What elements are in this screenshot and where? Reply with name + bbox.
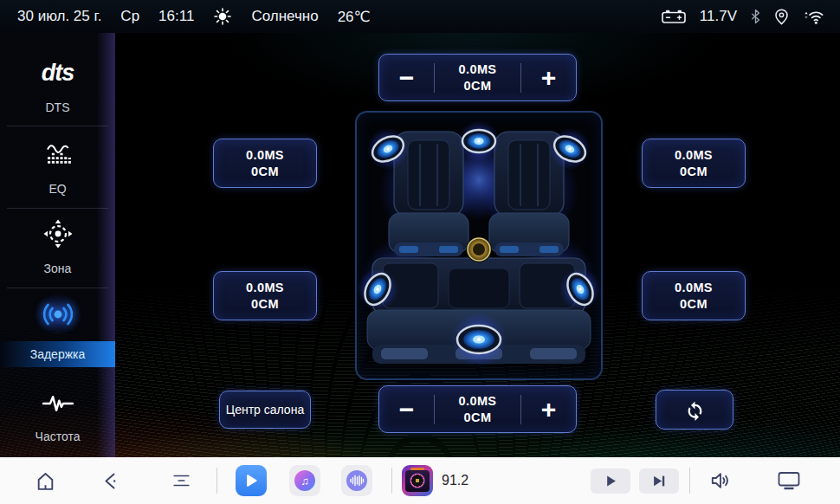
- back-button[interactable]: [100, 469, 123, 492]
- next-track-icon: [652, 475, 667, 488]
- recents-icon: [171, 471, 192, 490]
- back-icon: [101, 470, 122, 492]
- delay-control-bottom-center: − 0.0MS 0CM +: [378, 385, 577, 433]
- radio-app-button[interactable]: [402, 465, 433, 496]
- delay-control-top-center: − 0.0MS 0CM +: [378, 54, 577, 101]
- sidebar-item-label: Частота: [0, 430, 115, 443]
- equalizer-icon: [43, 135, 73, 173]
- music-note-icon: ♫: [294, 470, 315, 491]
- sidebar-selected-highlight: Задержка: [0, 341, 115, 367]
- sidebar-item-dts[interactable]: dts DTS: [0, 50, 115, 126]
- battery-voltage: 11.7V: [700, 8, 737, 25]
- video-player-app-button[interactable]: [236, 465, 267, 496]
- music-app-button[interactable]: ♫: [289, 465, 320, 496]
- delay-bottom-center-plus-button[interactable]: +: [521, 397, 576, 423]
- sidebar-item-delay[interactable]: Задержка: [0, 294, 115, 374]
- delay-top-center-plus-button[interactable]: +: [521, 65, 576, 91]
- sidebar-item-zone[interactable]: Зона: [0, 215, 115, 289]
- delay-box-rear-right[interactable]: 0.0MS 0CM: [642, 271, 746, 320]
- sidebar-divider: [7, 126, 108, 126]
- voice-waveform-icon: [346, 470, 367, 491]
- reset-delays-button[interactable]: [656, 390, 733, 430]
- sidebar: dts DTS EQ: [0, 33, 115, 457]
- sidebar-divider: [7, 288, 108, 288]
- car-cabin-panel: [355, 111, 603, 380]
- sun-icon: [213, 7, 232, 26]
- sidebar-item-eq[interactable]: EQ: [0, 135, 115, 210]
- delay-box-front-right[interactable]: 0.0MS 0CM: [642, 139, 746, 188]
- play-button[interactable]: [591, 468, 630, 494]
- delay-top-center-minus-button[interactable]: −: [379, 65, 434, 91]
- radio-frequency: 91.2: [442, 457, 468, 504]
- home-icon: [35, 470, 56, 492]
- status-time: 16:11: [158, 8, 194, 25]
- bluetooth-icon: [750, 9, 761, 24]
- sidebar-item-label: Зона: [0, 262, 115, 275]
- car-seats-speakers-image: [357, 113, 601, 378]
- next-track-button[interactable]: [639, 468, 679, 494]
- head-unit-screen: 30 июл. 25 г. Ср 16:11 Солнечно 26℃: [0, 0, 840, 504]
- delay-broadcast-icon: [38, 294, 78, 334]
- voice-app-button[interactable]: [341, 465, 372, 496]
- delay-bottom-center-minus-button[interactable]: −: [379, 397, 434, 423]
- location-icon: [774, 9, 789, 25]
- recents-button[interactable]: [170, 471, 192, 490]
- play-triangle-icon: [243, 473, 259, 488]
- home-button[interactable]: [33, 469, 57, 492]
- delay-bottom-center-value: 0.0MS 0CM: [435, 395, 520, 424]
- delay-box-front-left[interactable]: 0.0MS 0CM: [213, 139, 317, 188]
- bottombar-divider: [216, 468, 217, 494]
- listen-position-button[interactable]: Центр салона: [219, 391, 311, 429]
- display-icon: [777, 470, 801, 491]
- status-weather: Солнечно: [251, 8, 318, 25]
- delay-top-center-value: 0.0MS 0CM: [435, 63, 520, 93]
- status-temperature: 26℃: [338, 8, 371, 26]
- sidebar-item-frequency[interactable]: Частота: [0, 386, 115, 457]
- status-date: 30 июл. 25 г.: [17, 8, 101, 25]
- frequency-wave-icon: [41, 386, 75, 421]
- sidebar-item-label: Задержка: [30, 347, 86, 361]
- play-icon: [604, 475, 617, 488]
- speaker-volume-icon: [709, 469, 732, 492]
- zone-target-icon: [42, 215, 74, 253]
- delay-box-rear-left[interactable]: 0.0MS 0CM: [213, 271, 317, 320]
- display-off-button[interactable]: [776, 470, 802, 491]
- reset-sync-icon: [683, 398, 707, 422]
- sidebar-divider: [7, 208, 108, 209]
- sidebar-item-label: EQ: [0, 182, 115, 196]
- bottombar-divider: [391, 468, 392, 494]
- status-bar: 30 июл. 25 г. Ср 16:11 Солнечно 26℃: [0, 0, 840, 33]
- car-battery-icon: [661, 9, 687, 24]
- sidebar-item-label: DTS: [0, 100, 115, 114]
- dts-logo-icon: dts: [42, 50, 74, 95]
- status-weekday: Ср: [120, 8, 139, 25]
- volume-button[interactable]: [708, 469, 733, 492]
- bottombar-divider: [689, 468, 690, 494]
- navigation-bar: ♫ 91.2: [0, 457, 840, 504]
- wifi-icon: [802, 9, 824, 25]
